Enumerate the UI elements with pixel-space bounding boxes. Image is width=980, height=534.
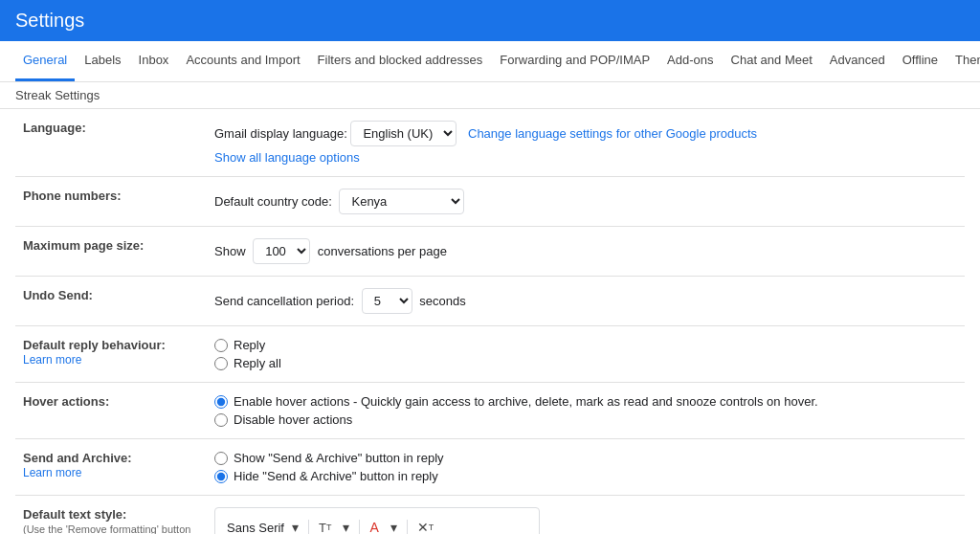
remove-formatting-button[interactable]: ✕T	[413, 518, 438, 534]
default-reply-label-cell: Default reply behaviour: Learn more	[15, 326, 207, 383]
nav-offline[interactable]: Offline	[895, 41, 946, 81]
phone-row: Phone numbers: Default country code: Ken…	[15, 177, 965, 227]
conversations-per-page-label: conversations per page	[318, 244, 447, 258]
streak-settings-label: Streak Settings	[15, 88, 100, 102]
disable-hover-option[interactable]: Disable hover actions	[214, 412, 957, 427]
nav-labels[interactable]: Labels	[77, 41, 128, 81]
show-all-language-link[interactable]: Show all language options	[214, 150, 957, 165]
nav-themes[interactable]: Themes	[947, 41, 980, 81]
default-reply-learn-more[interactable]: Learn more	[23, 353, 81, 367]
font-color-dropdown[interactable]: ▾	[387, 518, 401, 534]
font-size-button[interactable]: TT	[315, 519, 335, 535]
show-send-archive-label: Show "Send & Archive" button in reply	[234, 451, 444, 465]
nav-chat[interactable]: Chat and Meet	[724, 41, 820, 81]
font-size-dropdown[interactable]: ▾	[339, 518, 353, 534]
undo-send-select[interactable]: 5 10 20 30	[362, 288, 412, 314]
default-reply-label: Default reply behaviour:	[23, 338, 166, 352]
show-send-archive-option[interactable]: Show "Send & Archive" button in reply	[214, 451, 957, 465]
reply-option[interactable]: Reply	[214, 338, 957, 352]
page-size-select[interactable]: 100 25 50	[253, 238, 310, 264]
hover-actions-options: Enable hover actions - Quickly gain acce…	[214, 394, 957, 427]
enable-hover-radio[interactable]	[214, 395, 228, 409]
country-select[interactable]: Kenya United States United Kingdom	[339, 189, 464, 214]
send-archive-label-cell: Send and Archive: Learn more	[15, 439, 207, 496]
undo-send-value-cell: Send cancellation period: 5 10 20 30 sec…	[207, 277, 965, 326]
nav-accounts[interactable]: Accounts and Import	[178, 41, 307, 81]
language-label: Language:	[23, 121, 86, 135]
undo-send-label-cell: Undo Send:	[15, 277, 207, 326]
toolbar-separator-3	[407, 520, 408, 534]
page-size-value-cell: Show 100 25 50 conversations per page	[207, 227, 965, 277]
language-value-cell: Gmail display language: English (UK) Eng…	[207, 109, 965, 177]
show-label: Show	[214, 244, 246, 258]
phone-label-cell: Phone numbers:	[15, 177, 207, 227]
page-size-label: Maximum page size:	[23, 238, 144, 253]
language-select[interactable]: English (UK) English (US) French	[350, 121, 457, 146]
hide-send-archive-label: Hide "Send & Archive" button in reply	[234, 469, 438, 483]
nav-advanced[interactable]: Advanced	[822, 41, 893, 81]
text-style-toolbar: Sans Serif ▾ TT ▾ A ▾ ✕T	[227, 518, 527, 534]
toolbar-separator-1	[308, 520, 309, 534]
send-cancellation-label: Send cancellation period:	[214, 294, 354, 308]
default-reply-options: Reply Reply all	[214, 338, 957, 370]
undo-send-row: Undo Send: Send cancellation period: 5 1…	[15, 277, 965, 326]
default-country-label: Default country code:	[214, 194, 332, 209]
disable-hover-label: Disable hover actions	[234, 412, 352, 427]
reply-radio[interactable]	[214, 339, 228, 352]
hover-actions-label-cell: Hover actions:	[15, 383, 207, 439]
seconds-label: seconds	[419, 294, 465, 308]
disable-hover-radio[interactable]	[214, 413, 228, 427]
nav-forwarding[interactable]: Forwarding and POP/IMAP	[492, 41, 657, 81]
undo-send-label: Undo Send:	[23, 288, 93, 302]
toolbar-separator-2	[359, 520, 360, 534]
hover-actions-value-cell: Enable hover actions - Quickly gain acce…	[207, 383, 965, 439]
enable-hover-option[interactable]: Enable hover actions - Quickly gain acce…	[214, 394, 957, 409]
settings-header: Settings	[0, 0, 980, 41]
font-name: Sans Serif	[227, 521, 284, 535]
font-dropdown-button[interactable]: ▾	[288, 518, 302, 534]
show-send-archive-radio[interactable]	[214, 452, 228, 465]
send-archive-label: Send and Archive:	[23, 451, 132, 465]
default-text-description: (Use the 'Remove formatting' button on t…	[23, 523, 197, 534]
nav-filters[interactable]: Filters and blocked addresses	[310, 41, 491, 81]
header-title: Settings	[15, 10, 84, 31]
default-text-label: Default text style:	[23, 507, 126, 522]
settings-table: Language: Gmail display language: Englis…	[15, 109, 965, 534]
hover-actions-row: Hover actions: Enable hover actions - Qu…	[15, 383, 965, 439]
send-archive-value-cell: Show "Send & Archive" button in reply Hi…	[207, 439, 965, 496]
phone-label: Phone numbers:	[23, 189, 122, 203]
default-text-label-cell: Default text style: (Use the 'Remove for…	[15, 496, 207, 535]
phone-value-cell: Default country code: Kenya United State…	[207, 177, 965, 227]
send-archive-row: Send and Archive: Learn more Show "Send …	[15, 439, 965, 496]
reply-all-label: Reply all	[234, 356, 281, 370]
nav-addons[interactable]: Add-ons	[659, 41, 721, 81]
display-language-label: Gmail display language:	[214, 126, 347, 141]
page-size-label-cell: Maximum page size:	[15, 227, 207, 277]
hover-actions-label: Hover actions:	[23, 394, 109, 409]
nav-bar: General Labels Inbox Accounts and Import…	[0, 41, 980, 82]
enable-hover-label: Enable hover actions - Quickly gain acce…	[234, 394, 818, 409]
language-row: Language: Gmail display language: Englis…	[15, 109, 965, 177]
settings-content: Language: Gmail display language: Englis…	[0, 109, 980, 534]
hide-send-archive-radio[interactable]	[214, 470, 228, 483]
sub-nav: Streak Settings	[0, 82, 980, 109]
language-label-cell: Language:	[15, 109, 207, 177]
default-text-value-cell: Sans Serif ▾ TT ▾ A ▾ ✕T This is what yo…	[207, 496, 965, 535]
send-archive-options: Show "Send & Archive" button in reply Hi…	[214, 451, 957, 483]
default-text-row: Default text style: (Use the 'Remove for…	[15, 496, 965, 535]
font-color-button[interactable]: A	[366, 518, 382, 534]
text-style-box: Sans Serif ▾ TT ▾ A ▾ ✕T This is what yo…	[214, 507, 540, 534]
reply-label: Reply	[234, 338, 265, 352]
hide-send-archive-option[interactable]: Hide "Send & Archive" button in reply	[214, 469, 957, 483]
reply-all-radio[interactable]	[214, 357, 228, 370]
default-reply-row: Default reply behaviour: Learn more Repl…	[15, 326, 965, 383]
default-reply-value-cell: Reply Reply all	[207, 326, 965, 383]
change-language-link[interactable]: Change language settings for other Googl…	[468, 126, 757, 141]
nav-general[interactable]: General	[15, 41, 75, 81]
reply-all-option[interactable]: Reply all	[214, 356, 957, 370]
send-archive-learn-more[interactable]: Learn more	[23, 466, 81, 479]
nav-inbox[interactable]: Inbox	[131, 41, 177, 81]
page-size-row: Maximum page size: Show 100 25 50 conver…	[15, 227, 965, 277]
